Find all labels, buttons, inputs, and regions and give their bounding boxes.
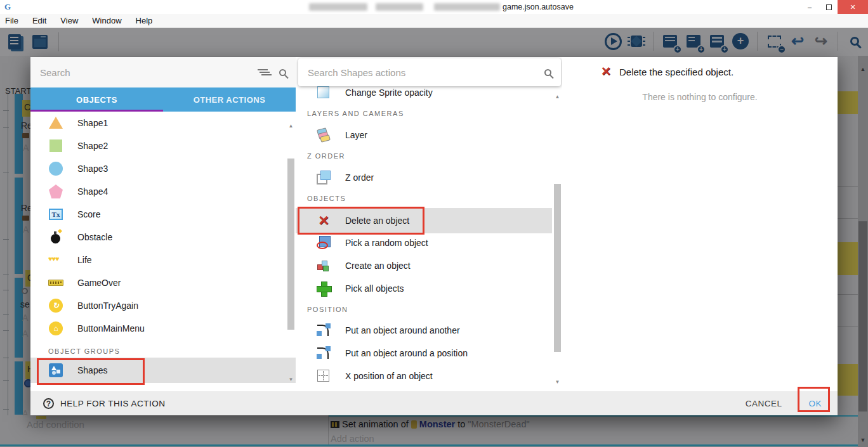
tab-other-actions[interactable]: OTHER ACTIONS (163, 87, 296, 112)
close-button[interactable]: ✕ (838, 0, 868, 14)
object-label: ButtonTryAgain (77, 301, 138, 311)
object-label: Shape4 (77, 186, 108, 197)
object-row-life[interactable]: Life (30, 249, 296, 271)
object-panel-tabs: OBJECTS OTHER ACTIONS (30, 87, 296, 112)
put-around-icon (316, 346, 331, 361)
object-row-buttontryagain[interactable]: ↻ ButtonTryAgain (30, 294, 296, 317)
layer-icon (316, 127, 331, 143)
action-row-pick-all-objects[interactable]: Pick all objects (296, 277, 552, 300)
action-row-pick-random-object[interactable]: Pick a random object (296, 231, 552, 254)
scroll-down-icon[interactable]: ▼ (287, 377, 295, 382)
hearts-icon (48, 252, 63, 268)
pentagon-icon (48, 184, 63, 199)
home-button-icon: ⌂ (48, 321, 63, 336)
tab-objects[interactable]: OBJECTS (30, 87, 163, 112)
action-editor-dialog: OBJECTS OTHER ACTIONS Shape1 Shape2 Shap… (30, 57, 838, 415)
cancel-button[interactable]: CANCEL (746, 399, 782, 408)
action-label: Pick a random object (345, 238, 428, 248)
scroll-up-icon[interactable]: ▲ (287, 123, 295, 129)
action-label: Pick all objects (345, 283, 404, 294)
actions-scrollbar[interactable]: ▲ ▼ (553, 89, 562, 391)
title-bar: G game.json.autosave – ✕ (0, 0, 868, 14)
objects-scrollbar[interactable]: ▲ ▼ (287, 112, 295, 391)
object-search-input[interactable] (40, 67, 258, 78)
search-icon (279, 69, 286, 76)
delete-x-icon (316, 213, 331, 228)
action-label: Create an object (345, 261, 411, 271)
menu-view[interactable]: View (53, 14, 85, 28)
menu-help[interactable]: Help (129, 14, 160, 28)
action-row-delete-an-object[interactable]: Delete an object (296, 208, 552, 233)
square-icon (48, 138, 63, 153)
scrollbar-thumb[interactable] (287, 159, 294, 330)
section-position: POSITION (296, 302, 552, 316)
opacity-icon (316, 85, 331, 100)
object-row-obstacle[interactable]: Obstacle (30, 226, 296, 249)
actions-panel: Change Sprite opacity LAYERS AND CAMERAS… (296, 57, 562, 391)
help-link[interactable]: HELP FOR THIS ACTION (60, 399, 166, 408)
object-row-shape4[interactable]: Shape4 (30, 180, 296, 203)
group-row-shapes[interactable]: Shapes (30, 358, 296, 383)
object-label: ButtonMainMenu (77, 323, 145, 334)
section-objects: OBJECTS (296, 191, 552, 205)
text-object-icon (48, 207, 63, 222)
objects-panel: OBJECTS OTHER ACTIONS Shape1 Shape2 Shap… (30, 57, 296, 391)
search-icon (544, 69, 551, 76)
action-row-put-around-position[interactable]: Put an object around a position (296, 342, 552, 365)
object-row-shape2[interactable]: Shape2 (30, 134, 296, 157)
scroll-up-icon[interactable]: ▲ (553, 94, 562, 100)
menu-edit[interactable]: Edit (25, 14, 53, 28)
action-label: Put an object around a position (345, 348, 468, 358)
window-title: game.json.autosave (503, 3, 574, 11)
object-row-shape3[interactable]: Shape3 (30, 157, 296, 180)
object-row-shape1[interactable]: Shape1 (30, 112, 296, 134)
object-label: Obstacle (77, 232, 112, 242)
action-description: Delete the specified object. (619, 67, 733, 77)
section-layers-cameras: LAYERS AND CAMERAS (296, 107, 552, 120)
minimize-button[interactable]: – (801, 0, 819, 14)
action-description-header: Delete the specified object. (599, 65, 733, 79)
action-row-put-around-another[interactable]: Put an object around another (296, 319, 552, 342)
action-row-create-object[interactable]: Create an object (296, 254, 552, 277)
bomb-icon (48, 230, 63, 245)
object-search-bar (30, 57, 296, 87)
filter-icon[interactable] (258, 68, 268, 76)
object-row-score[interactable]: Score (30, 203, 296, 226)
action-label: Z order (345, 172, 374, 183)
triangle-icon (48, 115, 63, 131)
action-label: Change Sprite opacity (345, 87, 433, 98)
object-label: GameOver (77, 278, 121, 288)
pick-all-icon (316, 281, 331, 296)
z-order-icon (316, 170, 331, 185)
action-label: Delete an object (345, 216, 409, 226)
action-row-x-position[interactable]: X position of an object (296, 365, 552, 387)
object-label: Shape1 (77, 118, 108, 128)
put-around-icon (316, 323, 331, 338)
gdevelop-logo-icon: G (4, 2, 14, 11)
help-icon[interactable]: ? (43, 398, 54, 409)
restore-button[interactable] (820, 0, 838, 14)
menu-file[interactable]: File (0, 14, 25, 28)
action-label: X position of an object (345, 371, 433, 381)
action-row-z-order[interactable]: Z order (296, 166, 552, 189)
empty-config-message: There is nothing to configure. (562, 92, 838, 102)
scrollbar-thumb[interactable] (554, 184, 561, 352)
redacted-title-segment (376, 3, 423, 11)
object-row-gameover[interactable]: GameOver (30, 271, 296, 294)
menu-bar: File Edit View Window Help (0, 14, 868, 28)
object-label: Shape2 (77, 141, 108, 151)
object-row-buttonmainmenu[interactable]: ⌂ ButtonMainMenu (30, 317, 296, 340)
pick-random-icon (316, 235, 331, 250)
actions-search-bar (298, 58, 561, 86)
scroll-down-icon[interactable]: ▼ (553, 379, 562, 385)
action-config-panel: Delete the specified object. There is no… (562, 57, 838, 391)
object-label: Score (77, 209, 101, 219)
retry-button-icon: ↻ (48, 298, 63, 313)
restore-icon (826, 4, 832, 10)
ok-button[interactable]: OK (808, 399, 822, 408)
menu-window[interactable]: Window (85, 14, 128, 28)
actions-search-input[interactable] (308, 67, 544, 78)
dialog-footer: ? HELP FOR THIS ACTION CANCEL OK (30, 391, 838, 415)
action-row-layer[interactable]: Layer (296, 124, 552, 146)
circle-icon (48, 161, 63, 176)
